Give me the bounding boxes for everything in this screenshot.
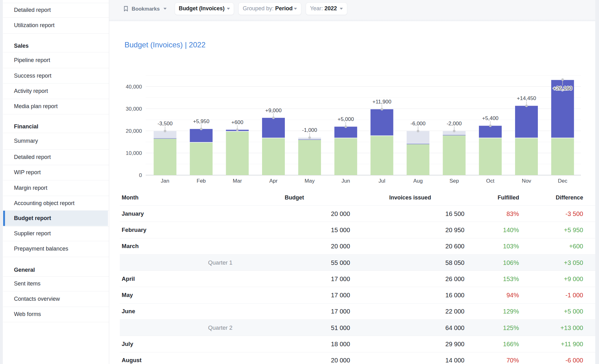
svg-text:Aug: Aug [413, 178, 423, 184]
svg-text:20,000: 20,000 [126, 128, 142, 134]
svg-text:+5,000: +5,000 [338, 116, 354, 122]
svg-text:Jul: Jul [378, 178, 385, 184]
svg-text:30,000: 30,000 [126, 106, 142, 112]
svg-text:-3,500: -3,500 [158, 121, 173, 127]
svg-text:+5,950: +5,950 [193, 118, 209, 124]
svg-text:+600: +600 [231, 119, 243, 125]
svg-text:-1,000: -1,000 [302, 127, 317, 133]
svg-text:Dec: Dec [558, 178, 567, 184]
svg-text:+5,400: +5,400 [482, 115, 498, 121]
svg-text:Nov: Nov [522, 178, 531, 184]
svg-text:Mar: Mar [233, 178, 242, 184]
svg-text:Feb: Feb [197, 178, 206, 184]
svg-text:Jun: Jun [341, 178, 350, 184]
svg-text:40,000: 40,000 [126, 84, 142, 90]
svg-text:Apr: Apr [269, 178, 278, 184]
svg-text:+26,160: +26,160 [553, 85, 572, 91]
svg-text:Oct: Oct [486, 178, 494, 184]
svg-text:0: 0 [139, 172, 142, 178]
svg-text:Jan: Jan [161, 178, 169, 184]
svg-text:-2,000: -2,000 [447, 121, 462, 127]
svg-text:Sep: Sep [450, 178, 459, 184]
svg-text:+9,000: +9,000 [265, 108, 281, 113]
svg-text:+14,450: +14,450 [517, 95, 536, 101]
svg-text:May: May [304, 178, 315, 184]
svg-text:+11,900: +11,900 [373, 99, 392, 105]
svg-text:10,000: 10,000 [126, 150, 142, 156]
svg-text:-6,000: -6,000 [411, 121, 426, 127]
